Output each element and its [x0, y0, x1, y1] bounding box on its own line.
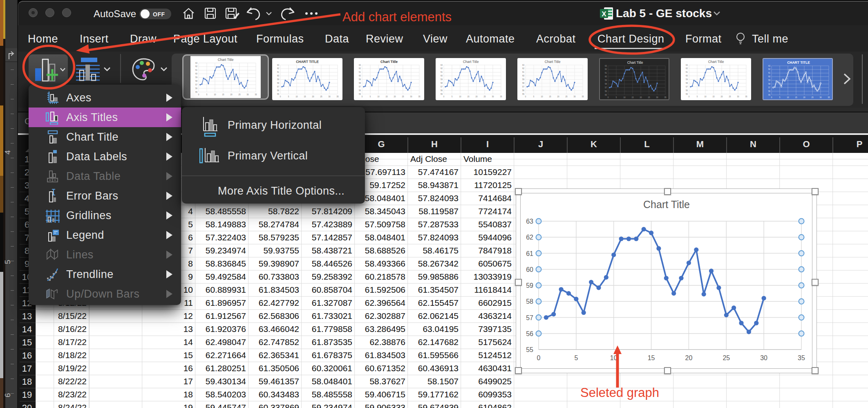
svg-text:Seleted graph: Seleted graph	[580, 386, 659, 400]
svg-text:Add chart elements: Add chart elements	[342, 10, 452, 24]
